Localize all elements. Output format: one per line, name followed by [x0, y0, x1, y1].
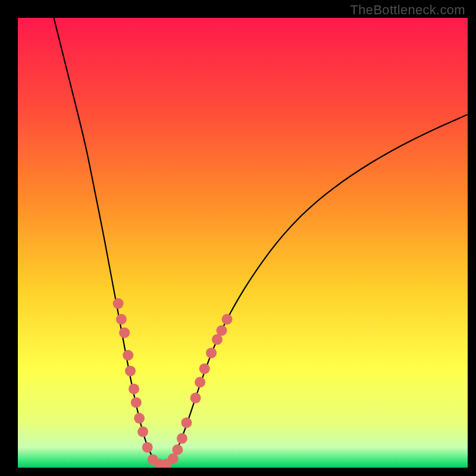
- watermark-text: TheBottleneck.com: [350, 2, 465, 18]
- sample-dot: [206, 347, 217, 358]
- plot-background: [18, 18, 468, 468]
- sample-dot: [216, 325, 227, 336]
- sample-dot: [123, 350, 133, 361]
- sample-dot: [113, 298, 124, 309]
- sample-dot: [137, 427, 148, 437]
- sample-dot: [119, 327, 130, 338]
- sample-dot: [131, 397, 142, 408]
- bottleneck-chart: [0, 0, 476, 476]
- sample-dot: [195, 377, 205, 387]
- sample-dot: [181, 417, 192, 428]
- sample-dot: [172, 444, 183, 455]
- sample-dot: [142, 442, 153, 453]
- sample-dot: [177, 433, 187, 444]
- sample-dot: [190, 393, 201, 403]
- chart-frame: TheBottleneck.com: [0, 0, 476, 476]
- sample-dot: [116, 314, 127, 325]
- sample-dot: [222, 314, 233, 325]
- sample-dot: [199, 364, 210, 374]
- sample-dot: [134, 413, 145, 424]
- sample-dot: [129, 384, 139, 394]
- sample-dot: [125, 365, 136, 376]
